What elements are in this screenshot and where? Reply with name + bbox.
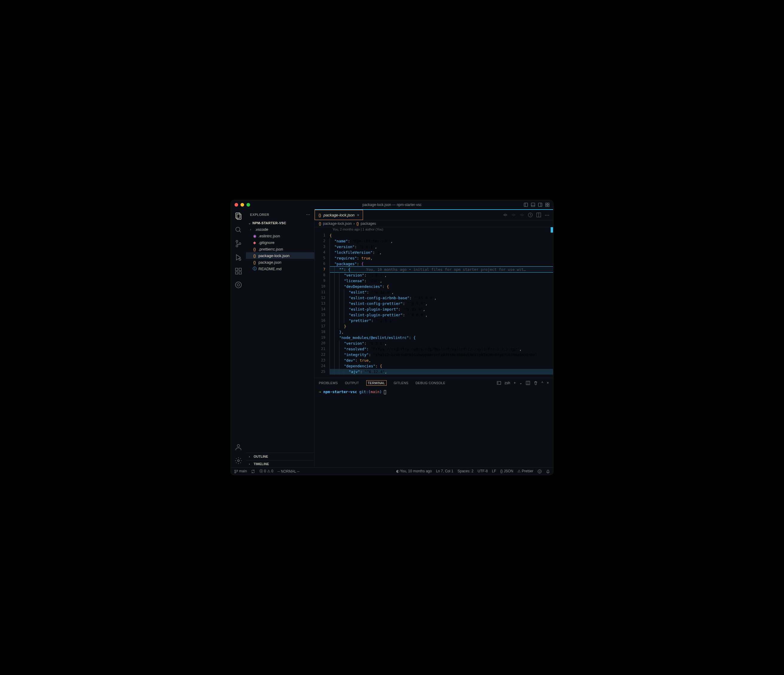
tree-item-label: package.json	[258, 260, 282, 265]
panel-actions: zsh + ⌄ ^ ×	[497, 381, 549, 385]
status-branch[interactable]: main	[234, 469, 247, 474]
code-area[interactable]: { "name": "npm-starter-vsc", "version": …	[330, 227, 553, 378]
tree-file[interactable]: ◉ .eslintrc.json	[246, 232, 314, 239]
panel-bottom-icon[interactable]	[531, 203, 535, 207]
status-sync-icon[interactable]	[251, 469, 255, 474]
vscode-window: package-lock.json — npm-starter-vsc EXPL…	[231, 200, 553, 475]
sidebar-more-icon[interactable]: ⋯	[306, 212, 310, 217]
tree-item-label: package-lock.json	[258, 254, 289, 258]
source-control-icon[interactable]	[235, 240, 242, 248]
minimize-window-button[interactable]	[241, 203, 244, 207]
editor-area: {} package-lock.json × ⋯ {} package-lock…	[314, 209, 553, 468]
sidebar-title: EXPLORER	[250, 213, 269, 217]
info-icon: ⓘ	[252, 266, 257, 271]
status-indent[interactable]: Spaces: 2	[457, 469, 473, 473]
run-debug-icon[interactable]	[235, 254, 242, 261]
status-problems[interactable]: ⓧ 0 ⚠ 0	[259, 469, 273, 474]
panel-tab-output[interactable]: OUTPUT	[345, 381, 359, 385]
account-icon[interactable]	[235, 443, 242, 451]
tree-file[interactable]: {} .prettierrc.json	[246, 246, 314, 252]
more-icon[interactable]: ⋯	[545, 212, 549, 218]
status-prettier[interactable]: ⚠ Prettier	[518, 469, 533, 473]
shell-name[interactable]: zsh	[505, 381, 510, 385]
svg-point-26	[238, 460, 239, 461]
split-terminal-icon[interactable]	[526, 381, 530, 385]
line-gutter: 1234567891011121314151617181920212223242…	[314, 227, 330, 378]
tree-folder[interactable]: › .vscode	[246, 226, 314, 232]
svg-point-16	[239, 243, 241, 245]
workspace-folder-header[interactable]: ⌄ NPM-STARTER-VSC	[246, 220, 314, 226]
panel-tab-debug[interactable]: DEBUG CONSOLE	[415, 381, 445, 385]
split-editor-icon[interactable]	[536, 212, 541, 217]
status-feedback-icon[interactable]	[538, 469, 542, 474]
timeline-section[interactable]: › TIMELINE	[246, 460, 314, 468]
settings-gear-icon[interactable]	[235, 457, 242, 465]
search-icon[interactable]	[235, 226, 242, 234]
panel-right-icon[interactable]	[538, 203, 542, 207]
close-panel-icon[interactable]: ×	[547, 381, 549, 385]
panel-left-icon[interactable]	[524, 203, 528, 207]
tree-item-label: .eslintrc.json	[258, 234, 280, 238]
svg-rect-10	[236, 213, 240, 218]
maximize-panel-icon[interactable]: ^	[541, 381, 543, 385]
tree-file[interactable]: ◆ .gitignore	[246, 239, 314, 246]
explorer-icon[interactable]	[235, 212, 242, 220]
prompt-cwd: npm-starter-vsc	[323, 390, 357, 394]
timeline-label: TIMELINE	[254, 462, 269, 466]
file-history-icon[interactable]	[528, 212, 533, 217]
svg-rect-9	[548, 205, 549, 207]
svg-rect-0	[524, 203, 527, 207]
json-icon: {}	[252, 254, 257, 258]
tree-file[interactable]: ⓘ README.md	[246, 265, 314, 272]
tree-item-label: README.md	[258, 267, 282, 271]
editor-content[interactable]: You, 2 months ago | 1 author (You) 12345…	[314, 227, 553, 378]
terminal-cursor	[384, 390, 386, 394]
extensions-icon[interactable]	[235, 267, 242, 275]
status-encoding[interactable]: UTF-8	[478, 469, 488, 473]
terminal-content[interactable]: → npm-starter-vsc git:(main)	[314, 388, 553, 468]
json-icon: {}	[319, 213, 321, 217]
layout-grid-icon[interactable]	[545, 203, 549, 207]
editor-actions: ⋯	[503, 210, 553, 220]
gitlens-icon[interactable]	[235, 281, 242, 289]
chevron-right-icon: ›	[249, 463, 252, 466]
sidebar-header: EXPLORER ⋯	[246, 209, 314, 220]
close-window-button[interactable]	[235, 203, 238, 207]
tab-label: package-lock.json	[324, 213, 355, 217]
bottom-panel: PROBLEMS OUTPUT TERMINAL GITLENS DEBUG C…	[314, 378, 553, 468]
breadcrumb[interactable]: {} package-lock.json › {} packages	[314, 220, 553, 227]
editor-tab-active[interactable]: {} package-lock.json ×	[314, 210, 363, 220]
traffic-lights	[235, 203, 250, 207]
prompt-branch: main	[370, 390, 380, 394]
terminal-profile-icon[interactable]	[497, 381, 501, 385]
git-commit-icon[interactable]	[503, 212, 508, 217]
close-tab-icon[interactable]: ×	[357, 213, 359, 217]
chevron-right-icon: ›	[250, 228, 253, 231]
git-commit-icon-2[interactable]	[511, 212, 516, 217]
terminal-dropdown-icon[interactable]: ⌄	[519, 381, 522, 385]
explorer-sidebar: EXPLORER ⋯ ⌄ NPM-STARTER-VSC › .vscode ◉…	[246, 209, 314, 468]
svg-rect-39	[497, 382, 501, 384]
breadcrumb-file: package-lock.json	[323, 221, 352, 226]
svg-point-43	[235, 472, 236, 473]
json-icon: {}	[252, 260, 257, 265]
window-title: package-lock.json — npm-starter-vsc	[362, 203, 422, 207]
new-terminal-icon[interactable]: +	[513, 381, 516, 385]
panel-tab-terminal[interactable]: TERMINAL	[366, 380, 387, 386]
statusbar: main ⓧ 0 ⚠ 0 -- NORMAL -- ◐ You, 10 mont…	[231, 468, 553, 475]
tree-file-active[interactable]: {} package-lock.json	[246, 252, 314, 259]
status-blame[interactable]: ◐ You, 10 months ago	[396, 469, 432, 473]
git-commit-icon-3[interactable]	[520, 212, 524, 217]
breadcrumb-symbol: packages	[361, 221, 376, 226]
panel-tab-problems[interactable]: PROBLEMS	[319, 381, 338, 385]
outline-section[interactable]: › OUTLINE	[246, 453, 314, 460]
panel-tab-gitlens[interactable]: GITLENS	[394, 381, 408, 385]
status-bell-icon[interactable]	[546, 469, 550, 474]
trash-icon[interactable]	[534, 381, 538, 385]
maximize-window-button[interactable]	[246, 203, 250, 207]
status-eol[interactable]: LF	[492, 469, 496, 473]
status-cursor-pos[interactable]: Ln 7, Col 1	[436, 469, 453, 473]
status-lang[interactable]: {} JSON	[501, 469, 513, 473]
tree-file[interactable]: {} package.json	[246, 259, 314, 265]
breadcrumb-separator: ›	[353, 221, 355, 226]
